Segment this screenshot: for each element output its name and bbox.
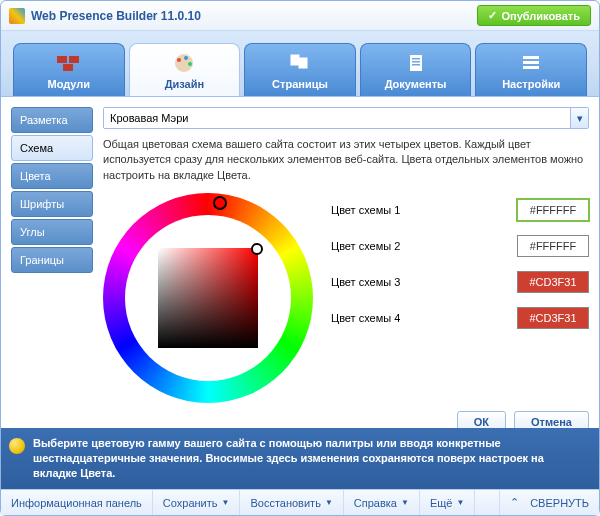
color-list: Цвет схемы 1#FFFFFF Цвет схемы 2#FFFFFF … <box>331 193 589 329</box>
sv-square[interactable] <box>158 248 258 348</box>
description-text: Общая цветовая схема вашего сайта состои… <box>103 137 589 183</box>
footer-info-panel[interactable]: Информационная панель <box>1 490 153 515</box>
color-wheel[interactable] <box>103 193 313 403</box>
color-swatch-2[interactable]: #FFFFFF <box>517 235 589 257</box>
svg-rect-10 <box>412 58 420 60</box>
sidetab-corners[interactable]: Углы <box>11 219 93 245</box>
color-label: Цвет схемы 4 <box>331 312 507 324</box>
sidetab-scheme[interactable]: Схема <box>11 135 93 161</box>
color-row-3: Цвет схемы 3#CD3F31 <box>331 271 589 293</box>
svg-rect-0 <box>57 56 67 63</box>
collapse-icon: ⌃ <box>510 496 519 509</box>
scheme-input[interactable] <box>104 108 570 128</box>
chevron-down-icon: ▼ <box>401 498 409 507</box>
tab-modules[interactable]: Модули <box>13 43 125 96</box>
app-window: Web Presence Builder 11.0.10 Опубликоват… <box>0 0 600 516</box>
dialog-buttons: ОК Отмена <box>103 403 589 428</box>
sidetab-layout[interactable]: Разметка <box>11 107 93 133</box>
svg-rect-9 <box>410 55 422 71</box>
scheme-select[interactable]: ▾ <box>103 107 589 129</box>
chevron-down-icon: ▼ <box>325 498 333 507</box>
sidetab-colors[interactable]: Цвета <box>11 163 93 189</box>
color-row-2: Цвет схемы 2#FFFFFF <box>331 235 589 257</box>
ok-button[interactable]: ОК <box>457 411 506 428</box>
svg-rect-12 <box>412 64 420 66</box>
footer-save[interactable]: Сохранить▼ <box>153 490 241 515</box>
color-swatch-1[interactable]: #FFFFFF <box>517 199 589 221</box>
titlebar: Web Presence Builder 11.0.10 Опубликоват… <box>1 1 599 31</box>
svg-rect-15 <box>523 66 539 69</box>
main-tabbar: Модули Дизайн Страницы Документы Настрой… <box>1 31 599 97</box>
tab-pages[interactable]: Страницы <box>244 43 356 96</box>
svg-point-4 <box>177 58 181 62</box>
picker-area: Цвет схемы 1#FFFFFF Цвет схемы 2#FFFFFF … <box>103 193 589 403</box>
app-title: Web Presence Builder 11.0.10 <box>31 9 477 23</box>
pages-icon <box>286 52 314 74</box>
sidetab-fonts[interactable]: Шрифты <box>11 191 93 217</box>
hint-bar: Выберите цветовую гамму вашего сайта с п… <box>1 428 599 489</box>
side-tabs: Разметка Схема Цвета Шрифты Углы Границы <box>11 107 93 418</box>
footer-bar: Информационная панель Сохранить▼ Восстан… <box>1 489 599 515</box>
svg-rect-1 <box>69 56 79 63</box>
color-label: Цвет схемы 1 <box>331 204 507 216</box>
design-icon <box>170 52 198 74</box>
publish-button[interactable]: Опубликовать <box>477 5 591 26</box>
chevron-down-icon: ▼ <box>456 498 464 507</box>
svg-rect-2 <box>63 64 73 71</box>
svg-rect-14 <box>523 61 539 64</box>
tab-design[interactable]: Дизайн <box>129 43 241 96</box>
footer-collapse[interactable]: ⌃ СВЕРНУТЬ <box>499 490 599 515</box>
svg-rect-8 <box>299 58 307 68</box>
content-body: Разметка Схема Цвета Шрифты Углы Границы… <box>1 97 599 428</box>
footer-more[interactable]: Ещё▼ <box>420 490 475 515</box>
svg-point-6 <box>188 62 192 66</box>
color-row-1: Цвет схемы 1#FFFFFF <box>331 199 589 221</box>
main-pane: ▾ Общая цветовая схема вашего сайта сост… <box>103 107 589 418</box>
color-swatch-3[interactable]: #CD3F31 <box>517 271 589 293</box>
settings-icon <box>517 52 545 74</box>
color-row-4: Цвет схемы 4#CD3F31 <box>331 307 589 329</box>
documents-icon <box>402 52 430 74</box>
svg-point-5 <box>184 56 188 60</box>
footer-restore[interactable]: Восстановить▼ <box>240 490 343 515</box>
svg-rect-13 <box>523 56 539 59</box>
color-label: Цвет схемы 3 <box>331 276 507 288</box>
cancel-button[interactable]: Отмена <box>514 411 589 428</box>
modules-icon <box>55 52 83 74</box>
color-swatch-4[interactable]: #CD3F31 <box>517 307 589 329</box>
chevron-down-icon: ▼ <box>222 498 230 507</box>
color-label: Цвет схемы 2 <box>331 240 507 252</box>
sidetab-borders[interactable]: Границы <box>11 247 93 273</box>
svg-rect-7 <box>291 55 299 65</box>
chevron-down-icon[interactable]: ▾ <box>570 108 588 128</box>
svg-rect-11 <box>412 61 420 63</box>
app-icon <box>9 8 25 24</box>
tab-documents[interactable]: Документы <box>360 43 472 96</box>
footer-help[interactable]: Справка▼ <box>344 490 420 515</box>
tab-settings[interactable]: Настройки <box>475 43 587 96</box>
